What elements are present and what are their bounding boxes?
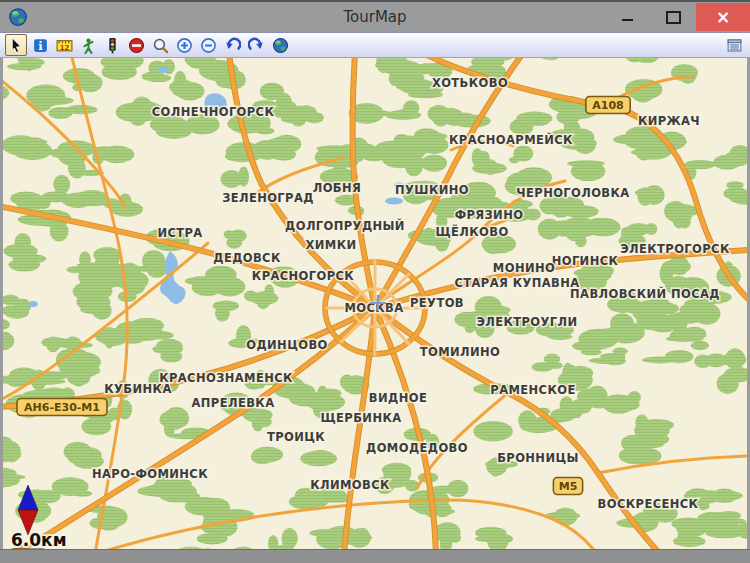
- no-entry-icon: [128, 37, 145, 54]
- globe-icon: [272, 37, 289, 54]
- city-label: ЧЕРНОГОЛОВКА: [516, 186, 629, 200]
- magnifier-button[interactable]: [149, 34, 171, 56]
- svg-text:12: 12: [59, 43, 69, 51]
- person-button[interactable]: [77, 34, 99, 56]
- ruler-button[interactable]: 12: [53, 34, 75, 56]
- city-label: СОЛНЕЧНОГОРСК: [152, 105, 275, 119]
- pointer-icon: [8, 37, 25, 54]
- city-label: БРОННИЦЫ: [497, 451, 579, 465]
- city-label: ЩЕРБИНКА: [320, 411, 401, 425]
- city-label: ТРОИЦК: [267, 430, 325, 444]
- city-label: ЛОБНЯ: [313, 181, 362, 195]
- city-label: КРАСНОАРМЕЙСК: [449, 132, 573, 147]
- city-label: НОГИНСК: [552, 254, 619, 268]
- close-button[interactable]: ×: [696, 3, 750, 31]
- city-label: КРАСНОГОРСК: [252, 269, 355, 283]
- zoom-in-icon: [176, 37, 193, 54]
- city-label: КРАСНОЗНАМЕНСК: [159, 371, 293, 385]
- city-label: НАРО-ФОМИНСК: [92, 467, 208, 481]
- magnifier-icon: [152, 37, 169, 54]
- info-button[interactable]: i: [29, 34, 51, 56]
- city-label: ЭЛЕКТРОГОРСК: [620, 242, 730, 256]
- city-label: АПРЕЛЕВКА: [192, 396, 275, 410]
- zoom-out-icon: [200, 37, 217, 54]
- redo-button[interactable]: [245, 34, 267, 56]
- city-label: ПАВЛОВСКИЙ ПОСАД: [570, 286, 720, 301]
- redo-icon: [248, 37, 265, 54]
- city-label: ДОМОДЕДОВО: [366, 441, 468, 455]
- minimize-button[interactable]: [604, 3, 650, 31]
- zoom-in-button[interactable]: [173, 34, 195, 56]
- road-badge-label: А108: [592, 99, 623, 112]
- traffic-light-icon: [104, 37, 121, 54]
- no-entry-button[interactable]: [125, 34, 147, 56]
- svg-text:i: i: [38, 39, 43, 53]
- city-label: ТОМИЛИНО: [420, 345, 500, 359]
- traffic-light-button[interactable]: [101, 34, 123, 56]
- title-bar: TourMap ×: [0, 2, 750, 32]
- city-label: КУБИНКА: [104, 382, 171, 396]
- city-label: СТАРАЯ КУПАВНА: [454, 276, 579, 290]
- toolbar: i12: [0, 32, 750, 58]
- city-label: ВОСКРЕСЕНСК: [598, 497, 699, 511]
- city-label: КЛИМОВСК: [310, 478, 390, 492]
- undo-icon: [224, 37, 241, 54]
- map-area[interactable]: ХОТЬКОВОСОЛНЕЧНОГОРСККИРЖАЧКРАСНОАРМЕЙСК…: [3, 58, 747, 549]
- city-label: ХИМКИ: [306, 238, 357, 252]
- city-label: ЩЁЛКОВО: [435, 224, 508, 239]
- pointer-button[interactable]: [5, 34, 27, 56]
- info-icon: i: [32, 37, 49, 54]
- city-label: ИСТРА: [157, 226, 202, 240]
- app-window: TourMap × i12 ХОТЬКОВОСОЛНЕЧНОГОРСККИРЖА…: [0, 0, 750, 563]
- undo-button[interactable]: [221, 34, 243, 56]
- city-label: ФРЯЗИНО: [455, 208, 524, 222]
- ruler-icon: 12: [56, 37, 73, 54]
- city-label: ОДИНЦОВО: [246, 338, 327, 352]
- app-globe-icon: [8, 7, 28, 27]
- city-label: ДЕДОВСК: [213, 251, 281, 265]
- city-label: ЗЕЛЕНОГРАД: [222, 191, 314, 205]
- city-label: ВИДНОЕ: [369, 391, 427, 405]
- road-badge-label: АН6-Е30-М1: [24, 401, 100, 414]
- map-canvas[interactable]: ХОТЬКОВОСОЛНЕЧНОГОРСККИРЖАЧКРАСНОАРМЕЙСК…: [3, 58, 747, 549]
- window-bottom-border: [0, 549, 750, 563]
- city-label: ХОТЬКОВО: [432, 76, 508, 90]
- zoom-out-button[interactable]: [197, 34, 219, 56]
- city-label: МОНИНО: [493, 261, 555, 275]
- city-label: ПУШКИНО: [395, 183, 469, 197]
- globe-button[interactable]: [269, 34, 291, 56]
- city-label: ДОЛГОПРУДНЫЙ: [285, 218, 405, 233]
- city-label: КИРЖАЧ: [638, 114, 700, 128]
- road-badge-label: М5: [559, 480, 578, 493]
- map-scale-label: 6.0км: [11, 530, 67, 549]
- report-button[interactable]: [723, 34, 745, 56]
- city-label: РАМЕНСКОЕ: [490, 383, 575, 397]
- maximize-button[interactable]: [650, 3, 696, 31]
- window-controls: ×: [604, 2, 750, 32]
- person-icon: [80, 37, 97, 54]
- report-icon: [726, 37, 743, 54]
- globe-icon: [8, 7, 28, 27]
- city-label: РЕУТОВ: [410, 296, 464, 310]
- city-label: ЭЛЕКТРОУГЛИ: [476, 315, 577, 329]
